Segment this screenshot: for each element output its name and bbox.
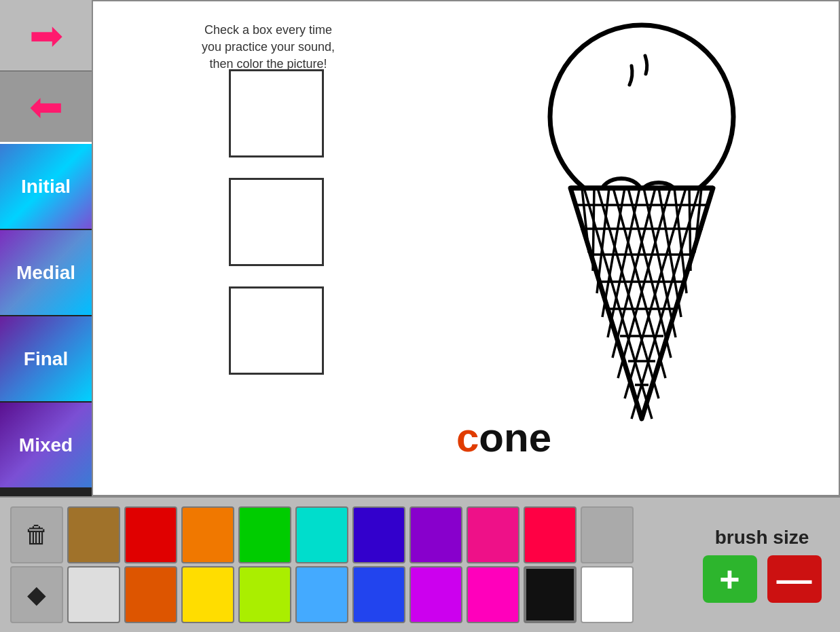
brush-buttons: + — — [703, 555, 822, 603]
word-rest: one — [479, 415, 551, 460]
checkboxes-area — [229, 69, 324, 375]
trash-icon: 🗑 — [24, 521, 49, 549]
ice-cream-image — [513, 12, 771, 460]
back-arrow-icon: ⬅ — [29, 83, 63, 130]
color-fuchsia[interactable] — [467, 566, 519, 623]
empty-cell-1 — [581, 506, 634, 563]
sidebar-item-medial[interactable]: Medial — [0, 230, 92, 316]
brush-decrease-button[interactable]: — — [767, 555, 822, 603]
toolbar: 🗑 ◆ brush size + — [0, 496, 840, 632]
color-cyan[interactable] — [295, 506, 348, 563]
sidebar-item-final-label: Final — [24, 348, 68, 370]
trash-button[interactable]: 🗑 — [10, 506, 63, 563]
forward-arrow-icon: ➡ — [29, 12, 63, 59]
color-sky-blue[interactable] — [295, 566, 348, 623]
color-light-gray[interactable] — [67, 566, 120, 623]
color-crimson[interactable] — [524, 506, 577, 563]
back-arrow-button[interactable]: ⬅ — [0, 71, 92, 143]
sidebar: ➡ ⬅ Initial Medial Final Mixed — [0, 0, 92, 496]
minus-icon: — — [777, 570, 812, 588]
color-purple[interactable] — [409, 506, 462, 563]
word-first-letter: c — [456, 415, 479, 460]
color-red[interactable] — [124, 506, 177, 563]
checkbox-2[interactable] — [229, 178, 324, 266]
nav-arrows: ➡ ⬅ — [0, 0, 92, 144]
sidebar-item-medial-label: Medial — [16, 262, 75, 284]
color-magenta[interactable] — [409, 566, 462, 623]
plus-icon: + — [719, 559, 739, 599]
sidebar-item-initial[interactable]: Initial — [0, 144, 92, 230]
color-black[interactable] — [524, 566, 577, 623]
color-orange[interactable] — [181, 506, 234, 563]
color-blue[interactable] — [352, 566, 405, 623]
color-dark-orange[interactable] — [124, 566, 177, 623]
checkbox-1[interactable] — [229, 69, 324, 157]
word-label: cone — [456, 414, 551, 461]
brush-controls: brush size + — — [694, 527, 830, 603]
sidebar-item-mixed-label: Mixed — [19, 434, 73, 456]
color-dark-blue[interactable] — [352, 506, 405, 563]
eraser-button[interactable]: ◆ — [10, 566, 63, 623]
eraser-icon: ◆ — [27, 580, 46, 609]
forward-arrow-button[interactable]: ➡ — [0, 0, 92, 71]
color-brown[interactable] — [67, 506, 120, 563]
color-white[interactable] — [581, 566, 634, 623]
sidebar-item-mixed[interactable]: Mixed — [0, 403, 92, 489]
color-yellow-green[interactable] — [238, 566, 291, 623]
canvas-area[interactable]: Check a box every timeyou practice your … — [92, 0, 840, 496]
brush-size-label: brush size — [715, 527, 809, 549]
brush-increase-button[interactable]: + — [703, 555, 757, 603]
sidebar-item-initial-label: Initial — [21, 176, 71, 198]
color-hot-pink[interactable] — [467, 506, 519, 563]
color-palette: 🗑 ◆ — [10, 506, 680, 623]
sidebar-item-final[interactable]: Final — [0, 316, 92, 403]
checkbox-3[interactable] — [229, 286, 324, 375]
instruction-text: Check a box every timeyou practice your … — [202, 22, 335, 73]
main-area: ➡ ⬅ Initial Medial Final Mixed Check a b… — [0, 0, 840, 496]
color-green[interactable] — [238, 506, 291, 563]
color-yellow[interactable] — [181, 566, 234, 623]
